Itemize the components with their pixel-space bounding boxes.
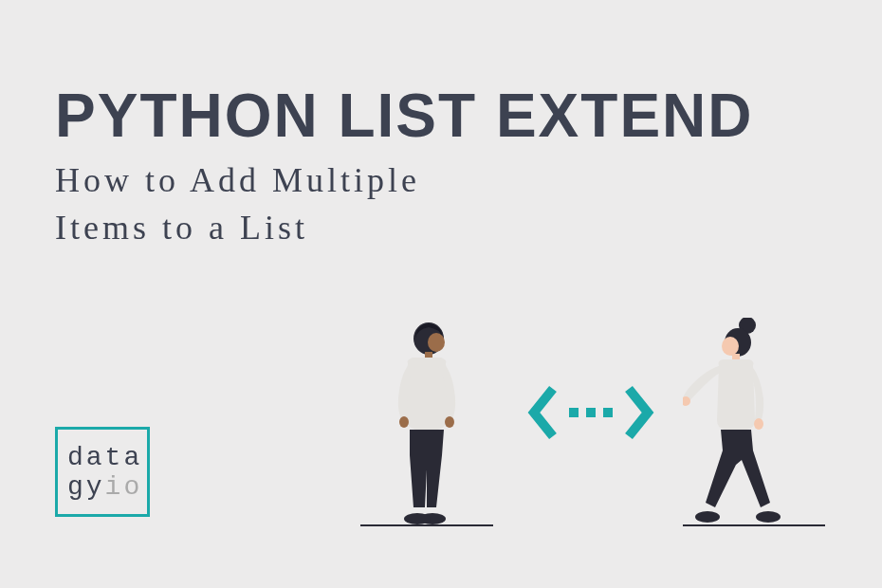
datagy-logo: data gyio [55,427,150,517]
svg-point-13 [756,511,781,523]
svg-point-4 [445,416,454,428]
svg-point-3 [399,416,409,428]
person-right-illustration [683,318,797,526]
svg-point-14 [695,511,720,523]
person-left-illustration [379,318,474,526]
svg-point-6 [404,513,431,524]
logo-text-line1: data [67,443,147,472]
dot-icon [586,408,596,417]
svg-point-12 [754,418,763,430]
chevron-right-icon [622,384,655,441]
svg-point-9 [722,337,739,356]
page-subtitle: How to Add MultipleItems to a List [55,156,420,252]
chevron-left-icon [526,384,560,441]
page-title: PYTHON LIST EXTEND [55,81,754,151]
dot-icon [603,408,613,417]
dot-icon [569,408,579,417]
illustration-container [341,294,835,560]
distance-dots [569,408,613,417]
logo-text-line2: gyio [67,472,147,502]
distance-arrows [526,384,655,441]
svg-point-1 [428,333,445,352]
